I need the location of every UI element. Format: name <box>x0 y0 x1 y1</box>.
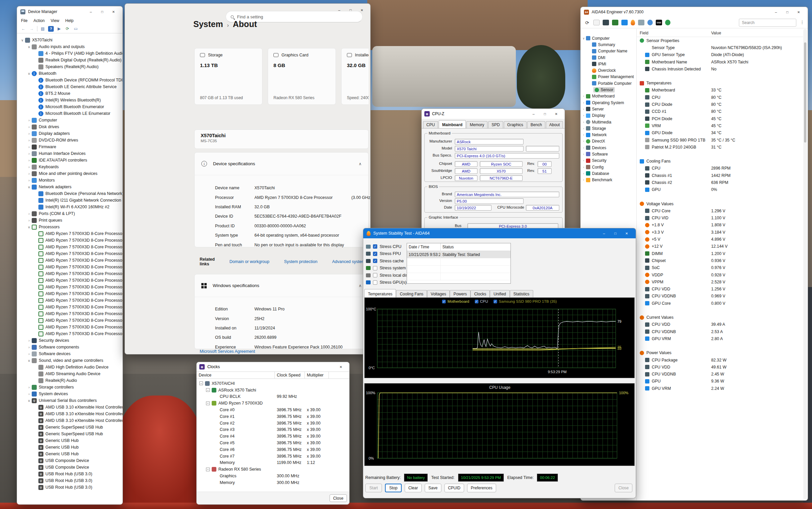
expand-arrow-icon[interactable]: › <box>581 95 586 98</box>
sensor-row[interactable]: CPU Diode80 °C <box>637 101 803 108</box>
device-tree-item[interactable]: BT5.2 Mouse <box>19 90 123 97</box>
device-tree-item[interactable]: AMD USB 3.10 eXtensible Host Controller … <box>19 411 123 417</box>
sensor-row[interactable]: +12 V12.144 V <box>637 243 803 250</box>
device-tree-item[interactable]: ∨Sound, video and game controllers <box>19 357 123 364</box>
stop-button[interactable]: Stop <box>385 484 402 492</box>
expand-arrow-icon[interactable]: › <box>26 132 32 136</box>
device-tree-item[interactable]: ›DVD/CD-ROM drives <box>19 137 123 143</box>
related-link[interactable]: System protection <box>284 259 317 264</box>
clocks-row[interactable]: Core #13896.75 MHzx 39.00 <box>197 413 349 420</box>
expand-arrow-icon[interactable]: › <box>26 138 32 142</box>
tab-clocks[interactable]: Clocks <box>470 290 490 298</box>
model-value[interactable]: X570 Taichi <box>455 146 523 151</box>
expand-arrow-icon[interactable]: › <box>26 218 32 222</box>
minimize-button[interactable] <box>528 109 539 118</box>
device-tree-item[interactable]: Realtek(R) Audio <box>19 377 123 384</box>
device-tree-item[interactable]: Bluetooth Device (Personal Area Network)… <box>19 190 123 197</box>
tab-unified[interactable]: Unified <box>490 290 509 298</box>
aida-tree-item[interactable]: ›Database <box>581 170 636 176</box>
scrollbar[interactable] <box>803 29 807 500</box>
minimize-button[interactable] <box>85 7 97 16</box>
aida-tree-item[interactable]: ›Network <box>581 132 636 138</box>
aida-tree-item[interactable]: Overclock <box>581 67 636 73</box>
sensor-row[interactable]: Chassis Intrusion DetectedNo <box>637 65 803 72</box>
aida-tree-item[interactable]: ›Motherboard <box>581 93 636 99</box>
sensor-row[interactable]: GPU0% <box>637 186 803 193</box>
device-tree-item[interactable]: ›Keyboards <box>19 164 123 170</box>
expand-arrow-icon[interactable]: › <box>581 127 586 130</box>
aida-tree-item[interactable]: ›Multimedia <box>581 119 636 125</box>
sensor-row[interactable]: CPU Package82.32 W <box>637 357 803 364</box>
clocks-row[interactable]: Core #63896.75 MHzx 39.00 <box>197 446 349 453</box>
clocks-row[interactable]: −AMD Ryzen 7 5700X3D <box>197 400 349 407</box>
aida-tree-item[interactable]: Summary <box>581 41 636 48</box>
device-tree-item[interactable]: Speakers (Realtek(R) Audio) <box>19 63 123 70</box>
scrollbar-thumb[interactable] <box>804 42 806 142</box>
field-column-header[interactable]: Field <box>637 31 711 35</box>
device-tree-item[interactable]: AMD Ryzen 7 5700X3D 8-Core Processor <box>19 317 123 324</box>
device-tree-item[interactable]: ›Firmware <box>19 143 123 150</box>
collapse-arrow-icon[interactable]: ∨ <box>26 72 32 75</box>
expand-arrow-icon[interactable]: › <box>26 165 32 169</box>
close-button[interactable] <box>108 7 119 16</box>
device-tree-item[interactable]: USB Root Hub (USB 3.0) <box>19 484 123 490</box>
clocks-row[interactable]: −X570TAICHI <box>197 380 349 387</box>
menu-item-file[interactable]: File <box>19 18 30 24</box>
sensor-row[interactable]: GPU VRM2.24 W <box>637 385 803 392</box>
sensor-row[interactable]: CPU2896 RPM <box>637 165 803 172</box>
expand-arrow-icon[interactable]: › <box>26 145 32 149</box>
bios-date-value[interactable]: 10/19/2022 <box>455 205 492 211</box>
sensor-row[interactable]: Motherboard33 °C <box>637 87 803 94</box>
southbridge-rev-value[interactable]: 51 <box>538 168 551 174</box>
sensor-row[interactable]: Sensor TypeNuvoton NCT6796D/5582D (ISA 2… <box>637 44 803 51</box>
tab-statistics[interactable]: Statistics <box>510 290 533 298</box>
device-tree-item[interactable]: Generic USB Hub <box>19 437 123 444</box>
device-tree-item[interactable]: Generic USB Hub <box>19 444 123 450</box>
sensor-row[interactable]: Motherboard NameASRock X570 Taichi <box>637 59 803 65</box>
device-tree-item[interactable]: ›IDE ATA/ATAPI controllers <box>19 157 123 164</box>
sensor-row[interactable]: GPU9.36 W <box>637 378 803 385</box>
expand-arrow-icon[interactable]: › <box>26 339 32 342</box>
collapse-box-icon[interactable]: − <box>199 381 203 385</box>
aida-tree-item[interactable]: ›Devices <box>581 144 636 151</box>
sensor-row[interactable]: GPU Diode34 °C <box>637 130 803 137</box>
scan-hardware-icon[interactable]: ⟳ <box>64 26 70 32</box>
sensor-row[interactable]: CCD #180 °C <box>637 108 803 115</box>
expand-arrow-icon[interactable]: › <box>26 159 32 162</box>
manufacturer-value[interactable]: ASRock <box>455 139 523 144</box>
sensor-row[interactable]: CPU VDDNB2.45 W <box>637 371 803 377</box>
device-tree-item[interactable]: USB Composite Device <box>19 457 123 464</box>
collapse-arrow-icon[interactable]: ∨ <box>26 185 32 189</box>
tab-graphics[interactable]: Graphics <box>504 121 527 128</box>
expand-arrow-icon[interactable]: › <box>26 352 32 356</box>
checkbox[interactable] <box>373 266 377 270</box>
device-tree-item[interactable]: AMD Ryzen 7 5700X3D 8-Core Processor <box>19 250 123 257</box>
device-tree-item[interactable]: ∨X570Taichi <box>19 37 123 43</box>
clocks-row[interactable]: Core #33896.75 MHzx 39.00 <box>197 427 349 433</box>
properties-icon[interactable]: ▶ <box>56 26 62 32</box>
aida-tree-item[interactable]: Computer Name <box>581 48 636 55</box>
refresh-icon[interactable] <box>584 20 590 25</box>
remote-computer-icon[interactable]: ▭ <box>73 26 79 32</box>
expand-arrow-icon[interactable]: › <box>581 172 586 175</box>
sensor-row[interactable]: PCH Diode45 °C <box>637 115 803 122</box>
device-tree-item[interactable]: USB Composite Device <box>19 464 123 471</box>
device-tree-item[interactable]: AMD Ryzen 7 5700X3D 8-Core Processor <box>19 230 123 237</box>
device-tree-item[interactable]: AMD Ryzen 7 5700X3D 8-Core Processor <box>19 264 123 270</box>
memory-icon[interactable] <box>612 20 618 25</box>
expand-arrow-icon[interactable]: › <box>581 133 586 137</box>
device-tree-item[interactable]: AMD Ryzen 7 5700X3D 8-Core Processor <box>19 304 123 310</box>
close-button[interactable] <box>550 109 562 118</box>
checkbox[interactable]: ✓ <box>373 252 377 256</box>
aida-tree-item[interactable]: ›Security <box>581 158 636 164</box>
aida-tree-item[interactable]: ›Benchmark <box>581 177 636 183</box>
collapse-box-icon[interactable]: − <box>206 402 210 405</box>
maximize-button[interactable] <box>610 229 621 238</box>
log-row[interactable]: 10/21/2025 9:53:29 PMStability Test: Sta… <box>407 251 510 258</box>
sensor-row[interactable]: Chassis #11442 RPM <box>637 172 803 179</box>
aida-tree-item[interactable]: ›Config <box>581 164 636 170</box>
device-tree-item[interactable]: ›Computer <box>19 117 123 124</box>
collapse-arrow-icon[interactable]: ∨ <box>26 399 32 403</box>
collapse-arrow-icon[interactable]: ∨ <box>20 38 25 42</box>
sensor-row[interactable]: CPU VID1.100 V <box>637 215 803 222</box>
